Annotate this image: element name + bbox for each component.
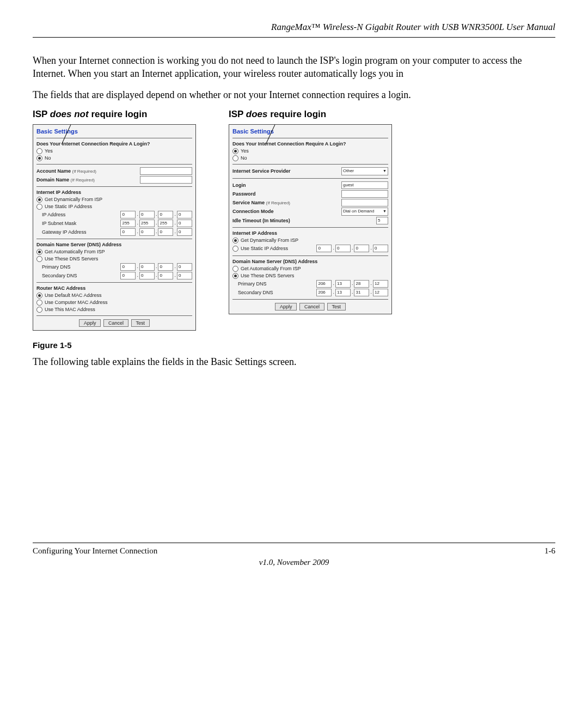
ip-octet[interactable]: 0 <box>354 245 369 252</box>
field-idle-timeout: Idle Timeout (In Minutes) 5 <box>232 217 388 224</box>
radio-dyn-isp[interactable]: Get Dynamically From ISP <box>232 238 388 244</box>
radio-no[interactable] <box>232 155 238 161</box>
ip-octet[interactable]: 12 <box>373 280 388 288</box>
radio-yes[interactable] <box>36 148 42 154</box>
divider <box>232 255 388 256</box>
ip-octet[interactable]: 0 <box>316 245 332 252</box>
divider <box>36 315 192 316</box>
service-name-label: Service Name (If Required) <box>232 200 341 205</box>
radio-row-yes[interactable]: Yes <box>36 148 192 154</box>
ip-octet[interactable]: 0 <box>177 272 192 279</box>
radio-no-selected[interactable] <box>36 155 42 161</box>
ip-octet[interactable]: 0 <box>177 211 192 218</box>
left-column: ISP does not require login Basic Setting… <box>33 109 196 331</box>
ip-octet[interactable]: 0 <box>177 220 192 227</box>
radio-icon[interactable] <box>36 300 42 306</box>
ip-octet[interactable]: 0 <box>158 263 173 271</box>
ip-octet[interactable]: 0 <box>139 272 155 279</box>
radio-icon[interactable] <box>36 249 42 255</box>
label-yes: Yes <box>241 148 249 154</box>
ip-octet[interactable]: 13 <box>335 289 351 296</box>
radio-use-dns[interactable]: Use These DNS Servers <box>232 273 388 279</box>
radio-icon[interactable] <box>232 273 238 279</box>
chevron-down-icon: ▼ <box>383 208 387 215</box>
label-mac-computer: Use Computer MAC Address <box>45 300 108 305</box>
ip-octet[interactable]: 0 <box>139 228 155 236</box>
ip-octet[interactable]: 206 <box>316 280 332 288</box>
ip-octet[interactable]: 0 <box>120 263 136 271</box>
ip-octet[interactable]: 28 <box>354 280 369 288</box>
radio-row-no[interactable]: No <box>36 155 192 161</box>
account-name-input[interactable] <box>140 167 192 175</box>
ip-octet[interactable]: 0 <box>120 272 136 279</box>
ip-octet[interactable]: 0 <box>158 272 173 279</box>
ip-octet[interactable]: 0 <box>158 228 173 236</box>
radio-yes-selected[interactable] <box>232 148 238 154</box>
heading-text: ISP <box>229 109 246 119</box>
radio-icon[interactable] <box>232 238 238 244</box>
radio-icon[interactable] <box>36 293 42 299</box>
ip-octet[interactable]: 255 <box>139 220 155 227</box>
radio-icon[interactable] <box>36 204 42 210</box>
radio-icon[interactable] <box>36 197 42 203</box>
ip-octet[interactable]: 0 <box>139 211 155 218</box>
isp-select[interactable]: Other▼ <box>341 167 388 175</box>
ip-octet[interactable]: 0 <box>158 211 173 218</box>
ip-octet[interactable]: 12 <box>373 289 388 296</box>
idle-input[interactable]: 5 <box>376 217 388 224</box>
service-name-input[interactable] <box>341 199 388 206</box>
divider <box>232 178 388 179</box>
radio-icon[interactable] <box>232 266 238 272</box>
radio-static[interactable]: Use Static IP Address <box>36 204 192 210</box>
radio-row-no[interactable]: No <box>232 155 388 161</box>
cancel-button[interactable]: Cancel <box>299 303 324 311</box>
right-col-heading: ISP does require login <box>229 109 392 120</box>
radio-dyn-isp[interactable]: Get Dynamically From ISP <box>36 197 192 203</box>
test-button[interactable]: Test <box>131 319 150 327</box>
ip-octet[interactable]: 0 <box>120 211 136 218</box>
apply-button[interactable]: Apply <box>275 303 297 311</box>
domain-name-input[interactable] <box>140 176 192 184</box>
ip-octet[interactable]: 255 <box>120 220 136 227</box>
divider <box>36 138 192 138</box>
radio-mac-default[interactable]: Use Default MAC Address <box>36 293 192 299</box>
radio-mac-this[interactable]: Use This MAC Address <box>36 307 192 313</box>
password-input[interactable] <box>341 190 388 198</box>
radio-static[interactable]: Use Static IP Address <box>232 246 316 252</box>
radio-icon[interactable] <box>36 307 42 313</box>
radio-mac-computer[interactable]: Use Computer MAC Address <box>36 300 192 306</box>
chevron-down-icon: ▼ <box>383 168 387 174</box>
divider <box>232 138 388 138</box>
field-subnet: IP Subnet Mask 255.255.255.0 <box>36 220 192 227</box>
subnet-label: IP Subnet Mask <box>42 221 120 226</box>
divider <box>36 186 192 187</box>
apply-button[interactable]: Apply <box>79 319 101 327</box>
field-password: Password <box>232 190 388 198</box>
ip-octet[interactable]: 31 <box>354 289 369 296</box>
label-auto-dns: Get Automatically From ISP <box>241 266 301 271</box>
ip-octet[interactable]: 13 <box>335 280 351 288</box>
ip-octet[interactable]: 0 <box>139 263 155 271</box>
radio-row-yes[interactable]: Yes <box>232 148 388 154</box>
cancel-button[interactable]: Cancel <box>103 319 128 327</box>
radio-use-dns[interactable]: Use These DNS Servers <box>36 256 192 262</box>
radio-auto-dns[interactable]: Get Automatically From ISP <box>36 249 192 255</box>
ip-octet[interactable]: 0 <box>335 245 351 252</box>
field-connection-mode: Connection Mode Dial on Demand▼ <box>232 208 388 216</box>
test-button[interactable]: Test <box>327 303 346 311</box>
ip-octet[interactable]: 0 <box>120 228 136 236</box>
ip-octets: 0.0.0.0 <box>120 211 192 218</box>
login-input[interactable]: guest <box>341 181 388 189</box>
ip-octet[interactable]: 0 <box>177 228 192 236</box>
field-isp: Internet Service Provider Other▼ <box>232 167 388 175</box>
ip-octet[interactable]: 0 <box>373 245 388 252</box>
pdns-label: Primary DNS <box>42 264 120 270</box>
radio-icon[interactable] <box>36 256 42 262</box>
radio-auto-dns[interactable]: Get Automatically From ISP <box>232 266 388 272</box>
question-login: Does Your Internet Connection Require A … <box>36 141 192 147</box>
ip-octet[interactable]: 206 <box>316 289 332 296</box>
ip-octet[interactable]: 0 <box>177 263 192 271</box>
conn-mode-select[interactable]: Dial on Demand▼ <box>341 208 388 216</box>
radio-icon[interactable] <box>232 246 238 252</box>
ip-octet[interactable]: 255 <box>158 220 173 227</box>
